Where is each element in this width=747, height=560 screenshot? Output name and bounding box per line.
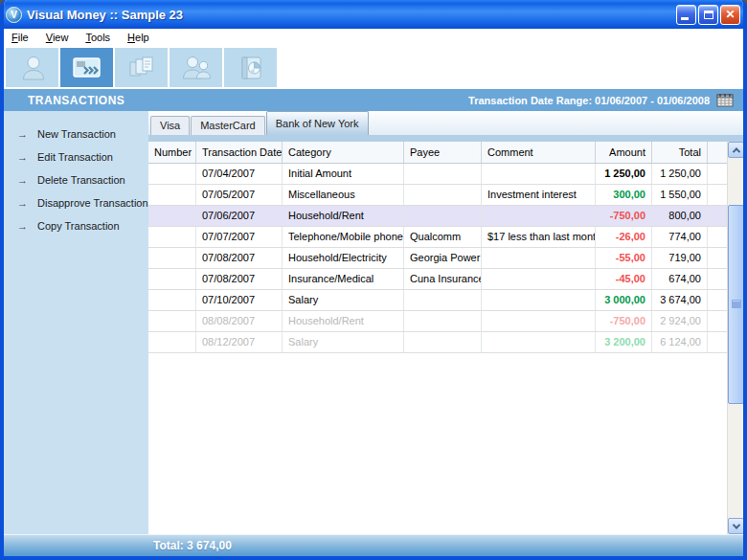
cell-payee — [404, 332, 482, 352]
maximize-icon — [704, 11, 713, 19]
cell-comment — [482, 311, 596, 331]
menubar: FileViewToolsHelp — [4, 29, 743, 46]
section-header: TRANSACTIONS Transaction Date Range: 01/… — [4, 89, 743, 111]
arrow-right-icon: → — [17, 128, 28, 140]
cell-comment — [482, 269, 596, 289]
menu-item[interactable]: View — [46, 32, 69, 43]
table-row[interactable]: 08/08/2007 Household/Rent -750,00 2 924,… — [148, 311, 727, 332]
cell-amount: -55,00 — [596, 248, 652, 268]
cell-amount: -750,00 — [596, 206, 652, 226]
cell-comment — [482, 164, 596, 184]
reports-button[interactable] — [224, 48, 277, 87]
cell-amount: -26,00 — [596, 227, 652, 247]
menu-item[interactable]: Tools — [85, 32, 110, 43]
cell-category: Miscellaneous — [283, 185, 404, 205]
column-header[interactable]: Payee — [404, 142, 482, 163]
vertical-scrollbar[interactable] — [727, 142, 743, 534]
sidebar-item[interactable]: → New Transaction — [4, 123, 148, 146]
scroll-down-button[interactable] — [728, 518, 743, 534]
account-tab[interactable]: Visa — [150, 116, 190, 135]
cell-filler — [708, 290, 727, 310]
column-header[interactable]: Total — [652, 142, 708, 163]
cell-filler — [708, 206, 727, 226]
cell-category: Household/Rent — [283, 311, 404, 331]
cell-comment — [482, 206, 596, 226]
sidebar-item-label: Edit Transaction — [37, 151, 113, 163]
sidebar-item[interactable]: → Edit Transaction — [4, 146, 148, 168]
maximize-button[interactable] — [698, 5, 718, 25]
payees-button[interactable] — [170, 48, 222, 87]
date-range: Transaction Date Range: 01/06/2007 - 01/… — [468, 93, 734, 107]
scheduled-transactions-button[interactable] — [115, 48, 168, 87]
cell-filler — [708, 332, 727, 352]
cell-total: 1 550,00 — [652, 185, 708, 205]
cell-payee — [404, 185, 482, 205]
minimize-button[interactable] — [676, 5, 696, 25]
window-controls: ✕ — [676, 5, 740, 25]
scroll-up-button[interactable] — [728, 142, 743, 158]
section-title: TRANSACTIONS — [28, 94, 124, 107]
cell-number — [148, 269, 196, 289]
table-row[interactable]: 07/08/2007 Insurance/Medical Cuna Insura… — [148, 269, 727, 290]
table-row[interactable]: 07/10/2007 Salary 3 000,00 3 674,00 — [148, 290, 727, 311]
table-row[interactable]: 07/08/2007 Household/Electricity Georgia… — [148, 248, 727, 269]
cell-date: 07/06/2007 — [196, 206, 283, 226]
transactions-button[interactable] — [60, 48, 113, 87]
cell-total: 674,00 — [652, 269, 708, 289]
accounts-button[interactable] — [6, 48, 58, 87]
cell-comment — [482, 290, 596, 310]
cell-number — [148, 290, 196, 310]
cell-filler — [708, 227, 727, 247]
table-row[interactable]: 08/12/2007 Salary 3 200,00 6 124,00 — [148, 332, 727, 353]
cell-filler — [708, 311, 727, 331]
close-icon: ✕ — [721, 6, 739, 24]
sidebar-item[interactable]: → Disapprove Transaction — [4, 191, 148, 214]
column-header[interactable]: Amount — [596, 142, 652, 163]
column-header[interactable]: Transaction Date — [196, 142, 283, 163]
cell-date: 07/05/2007 — [196, 185, 283, 205]
cell-number — [148, 206, 196, 226]
sidebar-item[interactable]: → Delete Transaction — [4, 168, 148, 191]
cell-date: 07/10/2007 — [196, 290, 283, 310]
chevron-down-icon — [732, 521, 739, 528]
arrow-right-icon: → — [17, 197, 28, 209]
table-row[interactable]: 07/06/2007 Household/Rent -750,00 800,00 — [148, 206, 727, 227]
cell-amount: -750,00 — [596, 311, 652, 331]
table-row[interactable]: 07/07/2007 Telephone/Mobile phone Qualco… — [148, 227, 727, 248]
main-panel: VisaMasterCardBank of New York NumberTra… — [148, 111, 743, 534]
cell-number — [148, 311, 196, 331]
cell-payee — [404, 311, 482, 331]
close-button[interactable]: ✕ — [720, 5, 740, 25]
cell-category: Telephone/Mobile phone — [283, 227, 404, 247]
people-icon — [179, 54, 214, 82]
scrollbar-thumb[interactable] — [728, 205, 743, 404]
documents-icon — [124, 54, 159, 82]
cell-total: 1 250,00 — [652, 164, 708, 184]
cell-number — [148, 332, 196, 352]
column-header[interactable]: Category — [283, 142, 404, 163]
column-header[interactable]: Comment — [482, 142, 596, 163]
cell-amount: 300,00 — [596, 185, 652, 205]
account-tabs: VisaMasterCardBank of New York — [148, 111, 743, 135]
minimize-icon — [681, 17, 689, 20]
cell-date: 08/08/2007 — [196, 311, 283, 331]
account-tab[interactable]: Bank of New York — [266, 111, 369, 135]
cell-total: 6 124,00 — [652, 332, 708, 352]
sidebar-item[interactable]: → Copy Transaction — [4, 214, 148, 237]
cell-category: Household/Electricity — [283, 248, 404, 268]
cell-amount: 1 250,00 — [596, 164, 652, 184]
menu-item[interactable]: Help — [127, 32, 149, 43]
cell-amount: 3 000,00 — [596, 290, 652, 310]
calendar-icon[interactable] — [716, 93, 734, 107]
toolbar — [4, 46, 743, 89]
table-row[interactable]: 07/05/2007 Miscellaneous Investment inte… — [148, 185, 727, 206]
date-range-label: Transaction Date Range: 01/06/2007 - 01/… — [468, 95, 710, 106]
menu-item[interactable]: File — [11, 32, 29, 43]
tabstrip-divider — [148, 135, 743, 142]
column-header[interactable]: Number — [148, 142, 196, 163]
table-row[interactable]: 07/04/2007 Initial Amount 1 250,00 1 250… — [148, 164, 727, 185]
account-tab[interactable]: MasterCard — [191, 116, 264, 135]
cell-number — [148, 248, 196, 268]
transactions-table: NumberTransaction DateCategoryPayeeComme… — [148, 142, 743, 534]
cell-number — [148, 227, 196, 247]
